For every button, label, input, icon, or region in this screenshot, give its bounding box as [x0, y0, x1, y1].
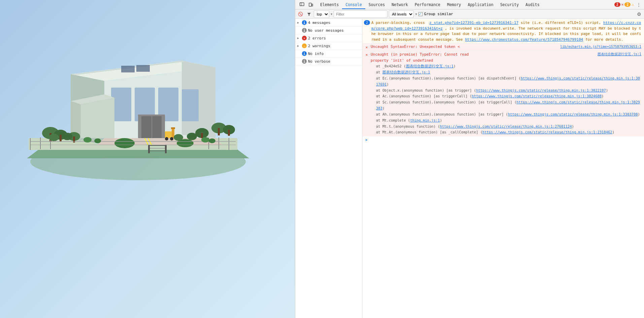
- device-toolbar-button[interactable]: [307, 1, 315, 8]
- tab-application[interactable]: Application: [465, 0, 497, 9]
- devtools-main-toolbar: Elements Console Sources Network Perform…: [295, 0, 644, 9]
- info-icon-2: i: [302, 51, 307, 56]
- tab-console[interactable]: Console: [342, 0, 365, 9]
- expand-arrow-icon-2: ▶: [297, 36, 301, 40]
- link-1[interactable]: 图表结合数据进行交互.js:1: [406, 64, 454, 68]
- svg-rect-67: [312, 4, 313, 6]
- toolbar-right-icons: 2 ✕ 2 ⚠ ⋮: [614, 1, 643, 8]
- sidebar-label-2errors: 2 errors: [308, 36, 326, 40]
- sidebar-label-noinfo: No info: [308, 52, 324, 56]
- svg-rect-12: [182, 89, 199, 121]
- tab-security[interactable]: Security: [497, 0, 522, 9]
- devtools-tabs: Elements Console Sources Network Perform…: [316, 0, 614, 9]
- link-4[interactable]: https://www.thingjs.com/static/release/t…: [476, 88, 606, 92]
- chromestatus-link[interactable]: https://www.chromestatus.com/feature/571…: [465, 37, 583, 42]
- svg-rect-24: [218, 128, 220, 135]
- link-8[interactable]: thing.min.js:1: [410, 118, 440, 122]
- settings-button[interactable]: ⚙: [636, 11, 643, 18]
- svg-point-37: [165, 137, 168, 140]
- svg-marker-68: [307, 13, 311, 16]
- info-icon: i: [302, 20, 307, 25]
- svg-point-57: [209, 138, 215, 143]
- toolbar-left-icons: [297, 1, 316, 8]
- link-7[interactable]: https://www.thingjs.com/static/release/t…: [508, 112, 638, 116]
- tab-network[interactable]: Network: [388, 0, 411, 9]
- grey-icon: i: [302, 28, 307, 33]
- filter-input[interactable]: [334, 10, 387, 18]
- console-messages-area: ▶ i 4 messages i No user messages ▶ ✕ 2 …: [295, 19, 644, 318]
- entry-content-warning: A parser-blocking, cross z_stat.php?id=1…: [371, 20, 641, 42]
- tab-memory[interactable]: Memory: [444, 0, 465, 9]
- expand-arrow-icon: ▶: [297, 21, 301, 24]
- console-entry-syntax-error: ✕ Uncaught SyntaxError: Unexpected token…: [363, 43, 644, 51]
- building-3d: [20, 34, 256, 182]
- error-icon-4: ✕: [364, 52, 369, 57]
- svg-point-56: [201, 137, 209, 142]
- filter-button[interactable]: [306, 11, 312, 17]
- link-10[interactable]: https://www.thingjs.com/static/release/t…: [482, 130, 612, 134]
- svg-rect-15: [152, 116, 162, 138]
- svg-rect-40: [165, 145, 167, 153]
- console-entry-warning: 2 A parser-blocking, cross z_stat.php?id…: [363, 20, 644, 43]
- context-arrow-icon: ▼: [331, 12, 332, 16]
- sidebar-item-warnings[interactable]: ▶ ⚠ 2 warnings: [295, 42, 362, 50]
- filter-icon: [307, 12, 311, 16]
- svg-point-60: [174, 134, 183, 141]
- warning-count-badge: 2: [624, 2, 631, 7]
- svg-rect-39: [148, 145, 150, 153]
- sidebar-item-errors[interactable]: ▶ ✕ 2 errors: [295, 34, 362, 42]
- group-similar-text: Group similar: [424, 12, 453, 16]
- console-entry-type-error: ✕ Uncaught (in promise) TypeError: Canno…: [363, 51, 644, 136]
- inspect-element-button[interactable]: [298, 1, 306, 8]
- entry-content-syntax-error: Uncaught SyntaxError: Unexpected token <…: [371, 44, 641, 50]
- link-2[interactable]: 图表结合数据进行交互.js:1: [382, 70, 430, 74]
- tab-audits[interactable]: Audits: [522, 0, 543, 9]
- more-options-button[interactable]: ⋮: [635, 1, 643, 8]
- svg-rect-14: [141, 116, 151, 138]
- clear-console-button[interactable]: 🚫: [297, 11, 304, 17]
- error-count-badge: 2: [614, 2, 620, 7]
- expand-arrow-icon-3: ▶: [297, 44, 301, 47]
- prompt-input[interactable]: [369, 137, 641, 142]
- log-levels-select[interactable]: All levels: [389, 10, 414, 18]
- sidebar-item-all-messages[interactable]: ▶ i 4 messages: [295, 19, 362, 27]
- tab-sources[interactable]: Sources: [365, 0, 388, 9]
- error-icon: ✕: [302, 36, 307, 40]
- svg-rect-62: [121, 66, 135, 72]
- group-similar-label[interactable]: Group similar: [418, 12, 453, 16]
- sidebar-label-4messages: 4 messages: [308, 21, 330, 25]
- entry-content-type-error: Uncaught (in promise) TypeError: Cannot …: [371, 52, 641, 135]
- sidebar-item-verbose[interactable]: i No verbose: [295, 58, 362, 65]
- tab-performance[interactable]: Performance: [411, 0, 444, 9]
- svg-point-61: [187, 133, 197, 140]
- sidebar-item-info[interactable]: i No info: [295, 50, 362, 58]
- tab-elements[interactable]: Elements: [317, 0, 342, 9]
- svg-rect-66: [309, 3, 311, 6]
- svg-marker-18: [81, 98, 114, 138]
- prompt-symbol: >: [365, 138, 368, 142]
- error-icon-3: ✕: [364, 44, 369, 50]
- link-6[interactable]: https://www.thingjs.com/static/release/t…: [376, 100, 640, 110]
- context-selector[interactable]: top: [314, 10, 329, 18]
- parser-blocking-link[interactable]: z_stat.php?id=127391-eb_id=1273916341:17: [429, 21, 518, 25]
- svg-rect-63: [136, 65, 150, 72]
- svg-rect-64: [300, 3, 304, 6]
- svg-point-59: [62, 133, 72, 140]
- syntax-error-source[interactable]: lib/echarts.min.js?time=15758793953653:1: [560, 44, 641, 49]
- link-9[interactable]: https://www.thingjs.com/static/release/t…: [440, 124, 572, 128]
- sidebar-item-user-messages[interactable]: i No user messages: [295, 27, 362, 34]
- link-5[interactable]: https://www.thingjs.com/static/release/t…: [472, 94, 602, 98]
- svg-rect-22: [60, 135, 62, 141]
- warning-triangle-icon: ⚠: [632, 2, 634, 7]
- console-prompt-line[interactable]: >: [363, 136, 644, 143]
- link-3[interactable]: https://www.thingjs.com/static/release/t…: [376, 76, 640, 86]
- svg-point-44: [114, 138, 135, 148]
- svg-point-54: [83, 137, 92, 142]
- grey-icon-2: i: [302, 59, 307, 64]
- type-error-source[interactable]: 图表结合数据进行交互.js:1: [598, 52, 641, 57]
- group-similar-checkbox[interactable]: [418, 12, 422, 16]
- messages-sidebar: ▶ i 4 messages i No user messages ▶ ✕ 2 …: [295, 19, 363, 318]
- sidebar-label-noverbose: No verbose: [308, 59, 330, 64]
- scene-panel: [0, 0, 295, 318]
- console-output: 2 A parser-blocking, cross z_stat.php?id…: [363, 19, 644, 318]
